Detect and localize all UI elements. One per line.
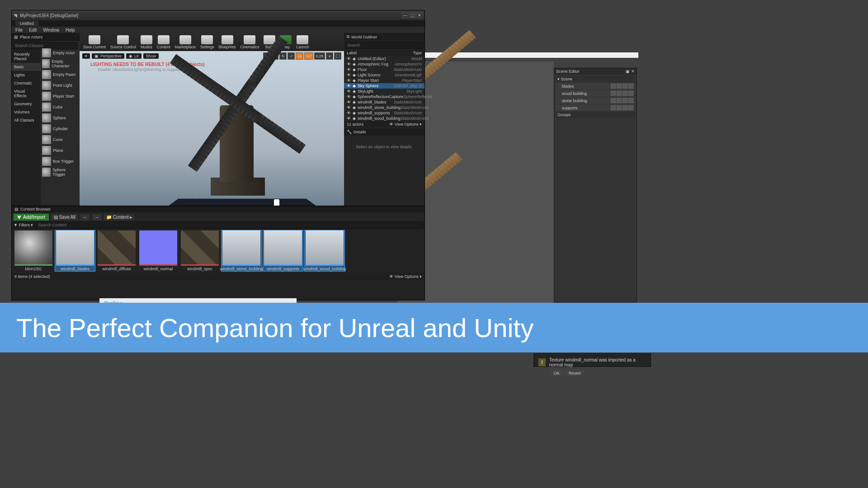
cat-all-classes[interactable]: All Classes [12,116,41,124]
scene-item[interactable]: supports [556,104,635,111]
filters-button[interactable]: ▼ Filters ▾ [14,223,33,227]
cat-cinematic[interactable]: Cinematic [12,79,41,87]
outliner-row[interactable]: 👁◆windmill_supportsStaticMeshActo [344,110,425,116]
outliner-row[interactable]: 👁◆Sky SphereEdit BP_Sky_S [344,83,425,89]
panel-close-icon[interactable]: ✕ [631,69,635,74]
asset-item[interactable]: windmill_stone_building [222,230,261,271]
outliner-row[interactable]: 👁◆SkyLightSkyLight [344,89,425,94]
save-all-button[interactable]: ▤ Save All [52,214,78,220]
asset-item[interactable]: windmill_blades [55,230,95,271]
outliner-row[interactable]: 👁◆Player StartPlayerStart [344,78,425,83]
iso-icon[interactable] [628,84,633,89]
add-import-button[interactable]: ⮟ Add/Import [14,214,49,221]
breadcrumb[interactable]: 📁 Content ▸ [104,214,135,220]
cat-basic[interactable]: Basic [12,63,41,71]
scene-root[interactable]: ▾ Scene [556,76,635,82]
cat-visual-effects[interactable]: Visual Effects [12,87,41,100]
iso-icon[interactable] [628,91,633,96]
cat-lights[interactable]: Lights [12,71,41,79]
eye-icon[interactable]: 👁 [347,111,351,115]
marketplace-button[interactable]: Marketplace [173,34,198,50]
menu-help[interactable]: Help [66,28,75,33]
panel-menu-icon[interactable]: ▣ [626,69,630,74]
settings-button[interactable]: Settings [198,34,216,50]
asset-item[interactable]: windmill_normal [138,230,178,271]
list-item[interactable]: Cylinder [41,123,80,134]
content-button[interactable]: Content [155,34,172,50]
camera-speed-icon[interactable]: 4 [326,52,333,60]
launch-button[interactable]: Launch [294,34,311,50]
asset-item[interactable]: windmill_wood_building [305,230,344,271]
eye-icon[interactable]: 👁 [347,89,351,94]
transform-rotate-icon[interactable]: ↻ [279,52,287,60]
outliner-row[interactable]: 👁◆windmill_wood_buildingStaticMeshActo [344,116,425,121]
asset-item[interactable]: windmill_spec [180,230,220,271]
mat-icon[interactable] [623,84,627,89]
list-item[interactable]: Cone [41,134,80,145]
iso-icon[interactable] [628,105,633,110]
asset-item[interactable]: blinn1SG [14,230,53,271]
vis-icon[interactable] [611,91,616,96]
menu-file[interactable]: File [15,28,23,33]
mat-icon[interactable] [623,98,627,103]
toast-revert-button[interactable]: Revert [565,370,585,376]
list-item[interactable]: Empty Actor [41,47,80,58]
outliner-search[interactable] [345,42,424,49]
col-label[interactable]: Label [347,51,413,55]
outliner-row[interactable]: 👁◆FloorStaticMeshActo [344,67,425,72]
list-item[interactable]: Cube [41,102,80,113]
vis-icon[interactable] [611,84,616,89]
modes-button[interactable]: Modes [139,34,154,50]
outliner-row[interactable]: 👁◆Untitled (Editor)World [344,56,425,61]
transform-scale-icon[interactable]: ⤢ [288,52,295,60]
menu-window[interactable]: Window [43,28,59,33]
asset-item[interactable]: windmill_supports [263,230,303,271]
mat-icon[interactable] [623,91,627,96]
viewport-options-button[interactable]: ▾ [82,53,90,59]
scene-item[interactable]: blades [556,83,635,89]
list-item[interactable]: Empty Character [41,58,80,69]
mat-icon[interactable] [623,105,627,110]
list-item[interactable]: Player Start [41,91,80,102]
outliner-row[interactable]: 👁◆Atmospheric FogAtmosphericFo [344,61,425,67]
lock-icon[interactable] [617,98,622,103]
scene-item[interactable]: wood building [556,90,635,97]
source-control-button[interactable]: Source Control [108,34,138,50]
nav-fwd-button[interactable]: → [92,214,101,220]
outliner-row[interactable]: 👁◆SphereReflectionCaptureSphereReflectio [344,94,425,99]
eye-icon[interactable]: 👁 [347,73,351,77]
close-button[interactable]: ✕ [416,13,423,18]
blueprints-button[interactable]: Blueprints [217,34,238,50]
list-item[interactable]: Box Trigger [41,156,80,167]
list-item[interactable]: Point Light [41,80,80,91]
eye-icon[interactable]: 👁 [347,67,351,72]
save-current-button[interactable]: Save Current [81,34,108,50]
scene-item[interactable]: stone building [556,97,635,104]
cat-recently-placed[interactable]: Recently Placed [12,50,41,63]
list-item[interactable]: Sphere Trigger [41,167,80,178]
lit-button[interactable]: ◉ Lit [126,53,142,59]
lock-icon[interactable] [617,84,622,89]
snap-grid-button[interactable]: 10 [296,52,303,60]
content-search[interactable] [36,221,423,229]
asset-item[interactable]: windmill_diffuse [97,230,137,271]
menu-edit[interactable]: Edit [29,28,37,33]
list-item[interactable]: Sphere [41,113,80,123]
perspective-button[interactable]: ▣ Perspective [92,53,124,59]
cat-geometry[interactable]: Geometry [12,100,41,108]
outliner-row[interactable]: 👁◆windmill_stone_buildingStaticMeshActo [344,105,425,110]
cinematics-button[interactable]: Cinematics [238,34,261,50]
col-type[interactable]: Type [413,51,422,55]
snap-angle-button[interactable]: 10° [304,52,313,60]
maximize-button[interactable]: ▢ [409,13,415,18]
eye-icon[interactable]: 👁 [347,62,351,66]
show-button[interactable]: Show [143,53,159,59]
eye-icon[interactable]: 👁 [347,100,351,104]
outliner-row[interactable]: 👁◆Light SourceDirectionalLigh [344,72,425,78]
list-item[interactable]: Plane [41,145,80,156]
outliner-row[interactable]: 👁◆windmill_bladesStaticMeshActo [344,99,425,105]
eye-icon[interactable]: 👁 [347,56,351,61]
cat-volumes[interactable]: Volumes [12,108,41,116]
cb-view-options-button[interactable]: 👁 View Options ▾ [389,274,422,279]
snap-scale-button[interactable]: 0.25 [314,52,325,60]
